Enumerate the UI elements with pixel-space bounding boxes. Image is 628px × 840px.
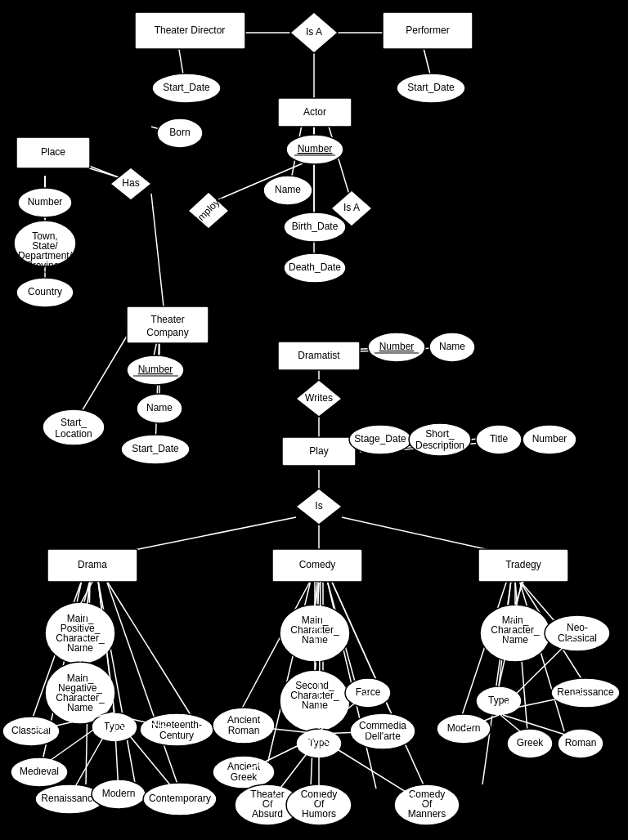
td-start-date-label: Start_Date xyxy=(163,82,210,93)
er-diagram: Theater Director Is A Performer Start_Da… xyxy=(0,0,628,840)
is-a-actor-label: Is A xyxy=(343,202,360,213)
born-label: Born xyxy=(169,127,190,138)
place-town-label4: Province xyxy=(26,260,65,271)
comedy-farce-label: Farce xyxy=(356,686,381,698)
theater-director-label: Theater Director xyxy=(155,25,226,36)
tradegy-mcn-l3: Name xyxy=(502,634,528,646)
perf-start-date-label: Start_Date xyxy=(407,82,455,93)
actor-number-label: Number xyxy=(298,143,333,154)
dramatist-name-label: Name xyxy=(439,341,465,352)
performer-label: Performer xyxy=(406,25,449,36)
is-play-label: Is xyxy=(315,500,322,512)
play-short-desc-label1: Short_ xyxy=(425,428,455,440)
comedy-ch-l3: Humors xyxy=(302,808,336,820)
tc-number-label: Number xyxy=(138,364,173,375)
place-label: Place xyxy=(41,146,65,158)
tradegy-nc-l1: Neo- xyxy=(567,622,588,633)
start-location-label2: Location xyxy=(55,428,92,440)
writes-label: Writes xyxy=(305,392,333,404)
tc-name-label: Name xyxy=(146,402,173,413)
comedy-ag-l2: Greek xyxy=(231,771,258,783)
tc-start-date-label: Start_Date xyxy=(132,443,179,454)
actor-death-date-label: Death_Date xyxy=(289,261,341,273)
place-country-label: Country xyxy=(28,286,62,297)
dramatist-label: Dramatist xyxy=(298,350,340,361)
tc-label2: Company xyxy=(146,327,188,338)
tradegy-label: Tradegy xyxy=(505,559,541,570)
start-location-label1: Start_ xyxy=(61,417,87,428)
actor-name-label: Name xyxy=(275,184,301,195)
tradegy-nc-l2: Classical xyxy=(558,632,597,644)
place-number-label: Number xyxy=(28,196,63,208)
play-title-label: Title xyxy=(490,433,509,445)
drama-mncn-l4: Name xyxy=(67,702,93,713)
play-short-desc-label2: Description xyxy=(415,440,464,451)
tradegy-renaissance-label: Renaissance xyxy=(557,686,614,698)
has-label: Has xyxy=(122,177,139,189)
tradegy-greek-label: Greek xyxy=(517,737,545,748)
tradegy-type-label: Type xyxy=(488,695,509,706)
comedy-ta-l3: Absurd xyxy=(252,808,283,820)
drama-label: Drama xyxy=(78,559,107,570)
drama-renaissance-label: Renaissance xyxy=(41,793,98,804)
comedy-label: Comedy xyxy=(299,559,336,570)
tc-label1: Theater xyxy=(150,314,184,325)
dramatist-number-label: Number xyxy=(379,341,415,352)
drama-mpcn-l4: Name xyxy=(67,642,93,654)
actor-birth-date-label: Birth_Date xyxy=(292,221,339,232)
comedy-ar-l1: Ancient xyxy=(227,714,261,726)
drama-contemporary-label: Contemporary xyxy=(149,793,211,804)
comedy-commedia-l1: Commedia xyxy=(359,720,406,731)
play-stage-date-label: Stage_Date xyxy=(354,433,406,445)
actor-label: Actor xyxy=(303,106,326,118)
drama-nineteenth-l2: Century xyxy=(159,730,194,741)
comedy-scn-l3: Name xyxy=(302,699,328,711)
comedy-cm-l3: Manners xyxy=(408,808,446,820)
play-number-label: Number xyxy=(532,433,567,445)
drama-classical-label: Classical xyxy=(11,725,51,736)
is-a-top-label: Is A xyxy=(306,26,322,38)
play-label: Play xyxy=(309,445,328,457)
